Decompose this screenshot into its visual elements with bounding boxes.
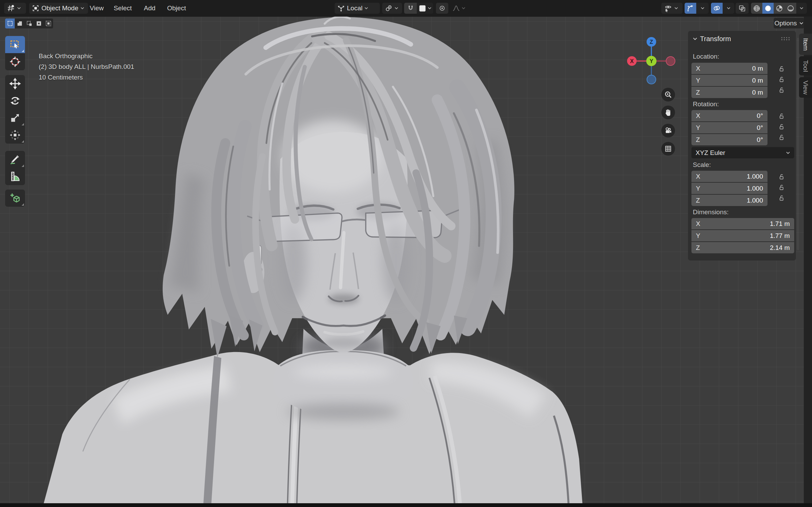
- rotation-z-field[interactable]: Z0°: [691, 134, 767, 145]
- select-mode-invert[interactable]: [34, 19, 43, 28]
- show-gizmo-toggle[interactable]: [685, 3, 696, 14]
- select-mode-intersect[interactable]: [43, 19, 53, 28]
- active-object: (2) 3D body ALL | NurbsPath.001: [39, 61, 134, 72]
- add-cube-icon: [9, 192, 21, 204]
- dimensions-y-field[interactable]: Y1.77 m: [691, 230, 794, 241]
- solid-sphere-icon: [764, 4, 772, 12]
- tool-move[interactable]: [5, 75, 25, 92]
- unlock-icon[interactable]: [778, 76, 785, 83]
- unlock-icon[interactable]: [778, 123, 785, 131]
- options-label: Options: [774, 20, 797, 27]
- unlock-icon[interactable]: [778, 134, 785, 141]
- select-mode-subtract[interactable]: [24, 19, 34, 28]
- location-y-field[interactable]: Y0 m: [691, 75, 767, 86]
- material-sphere-icon: [775, 4, 783, 12]
- rotate-icon: [9, 95, 21, 107]
- object-visibility-selector[interactable]: [661, 3, 683, 14]
- blender-window: Back Orthographic (2) 3D body ALL | Nurb…: [0, 0, 812, 507]
- proportional-editing-toggle[interactable]: [436, 3, 448, 14]
- shading-wireframe-button[interactable]: [751, 3, 762, 14]
- tool-rotate[interactable]: [5, 92, 25, 109]
- shading-settings-dropdown[interactable]: [796, 3, 807, 14]
- snap-toggle-button[interactable]: [404, 3, 417, 14]
- menu-view[interactable]: View: [86, 0, 107, 16]
- tool-select-box[interactable]: [5, 36, 25, 53]
- tab-view[interactable]: View: [799, 77, 812, 98]
- tool-transform[interactable]: [5, 126, 25, 144]
- select-extend-icon: [17, 21, 23, 26]
- transform-panel-header[interactable]: Transform: [693, 35, 731, 43]
- rendered-sphere-icon: [787, 4, 795, 12]
- unlock-icon[interactable]: [778, 65, 785, 73]
- show-overlays-toggle[interactable]: [711, 3, 723, 14]
- dimensions-fields: X1.71 m Y1.77 m Z2.14 m: [691, 218, 794, 253]
- tool-scale[interactable]: [5, 109, 25, 126]
- shading-material-button[interactable]: [774, 3, 785, 14]
- status-bar-edge: [0, 503, 812, 507]
- menu-object[interactable]: Object: [164, 0, 189, 16]
- zoom-icon: [664, 90, 672, 99]
- navigation-gizmo[interactable]: Z X Y: [623, 33, 682, 91]
- xray-toggle[interactable]: [736, 3, 749, 14]
- falloff-curve-icon: [452, 4, 460, 12]
- orientation-axes-icon: [337, 4, 345, 12]
- select-mode-extend[interactable]: [15, 19, 24, 28]
- gizmo-settings-dropdown[interactable]: [696, 3, 709, 14]
- xray-icon: [738, 4, 746, 12]
- location-label: Location:: [693, 53, 719, 60]
- panel-collapse-chevron-icon: [693, 37, 697, 40]
- dimensions-z-field[interactable]: Z2.14 m: [691, 242, 794, 253]
- pan-button[interactable]: [661, 106, 675, 119]
- rotation-y-field[interactable]: Y0°: [691, 122, 767, 133]
- hand-icon: [664, 108, 672, 117]
- unlock-icon[interactable]: [778, 184, 785, 191]
- snap-settings-button[interactable]: [417, 3, 433, 14]
- overlays-icon: [713, 4, 721, 12]
- move-icon: [9, 78, 21, 89]
- chevron-down-icon: [800, 7, 803, 10]
- options-button[interactable]: Options: [774, 18, 804, 28]
- unlock-icon[interactable]: [778, 112, 785, 120]
- gizmo-arc-icon: [687, 4, 694, 12]
- location-z-field[interactable]: Z0 m: [691, 87, 767, 98]
- gizmo-axis-neg-x[interactable]: [666, 57, 675, 65]
- tab-tool[interactable]: Tool: [799, 56, 812, 75]
- scale-y-field[interactable]: Y1.000: [691, 183, 767, 194]
- rotation-label: Rotation:: [693, 100, 719, 108]
- rotation-mode-dropdown[interactable]: XYZ Euler: [691, 147, 794, 158]
- unlock-icon[interactable]: [778, 173, 785, 181]
- ortho-grid-button[interactable]: [661, 142, 675, 156]
- tab-item[interactable]: Item: [799, 34, 812, 55]
- chevron-down-icon: [799, 22, 803, 25]
- location-x-field[interactable]: X0 m: [691, 63, 767, 74]
- tool-add-cube[interactable]: [5, 190, 25, 207]
- menu-select[interactable]: Select: [110, 0, 135, 16]
- toolbar-group-transform: [5, 75, 25, 144]
- menu-add[interactable]: Add: [140, 0, 159, 16]
- pivot-point-selector[interactable]: [382, 3, 402, 14]
- zoom-button[interactable]: [661, 88, 675, 101]
- select-mode-set[interactable]: [5, 19, 15, 28]
- shading-solid-button[interactable]: [762, 3, 774, 14]
- shading-rendered-button[interactable]: [785, 3, 796, 14]
- rotation-x-field[interactable]: X0°: [691, 110, 767, 121]
- orientation-label: Local: [347, 4, 362, 12]
- mode-selector[interactable]: Object Mode: [29, 3, 88, 14]
- tool-cursor[interactable]: [5, 53, 25, 70]
- location-locks: [778, 65, 787, 94]
- dimensions-x-field[interactable]: X1.71 m: [691, 218, 794, 229]
- overlays-settings-dropdown[interactable]: [723, 3, 734, 14]
- unlock-icon[interactable]: [778, 86, 785, 94]
- scale-z-field[interactable]: Z1.000: [691, 195, 767, 206]
- gizmo-axis-neg-z[interactable]: [647, 75, 656, 84]
- scale-icon: [9, 112, 21, 124]
- tool-measure[interactable]: [5, 168, 25, 185]
- tool-annotate[interactable]: [5, 151, 25, 168]
- editor-type-button[interactable]: [4, 3, 26, 14]
- unlock-icon[interactable]: [778, 194, 785, 202]
- camera-view-button[interactable]: [661, 124, 675, 137]
- panel-drag-handle-icon[interactable]: [781, 36, 791, 41]
- proportional-falloff-selector[interactable]: [450, 3, 467, 14]
- transform-orientation-selector[interactable]: Local: [335, 3, 380, 14]
- scale-x-field[interactable]: X1.000: [691, 171, 767, 182]
